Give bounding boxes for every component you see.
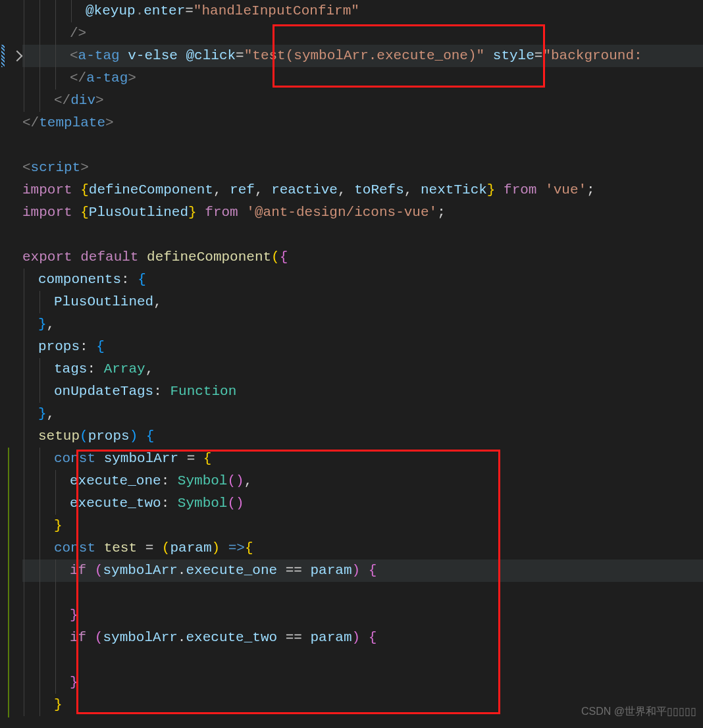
code-text: /> [70,22,86,45]
indent-guide [55,627,56,649]
code-text: }, [38,403,55,425]
indent-guide [24,336,24,358]
code-line[interactable]: } [22,515,703,537]
indent-guide [24,45,24,67]
code-line[interactable]: </a-tag> [22,67,703,90]
code-line[interactable] [22,649,703,671]
code-line[interactable]: <a-tag v-else @click="test(symbolArr.exe… [22,45,703,67]
code-line[interactable] [22,582,703,604]
code-text: execute_one: Symbol(), [70,470,252,492]
code-line[interactable]: export default defineComponent({ [22,246,703,269]
code-line[interactable]: /> [22,22,703,45]
indent-guide [39,45,40,67]
indent-guide [24,403,24,425]
code-text: PlusOutlined, [54,291,162,313]
indent-guide [24,291,24,313]
indent-guide [39,694,40,716]
code-line[interactable]: execute_two: Symbol() [22,492,703,515]
indent-guide [55,470,56,492]
code-text: tags: Array, [54,358,153,380]
indent-guide [39,90,40,112]
indent-guide [39,559,40,582]
indent-guide [55,22,56,45]
code-line[interactable]: setup(props) { [22,425,703,448]
indent-guide [24,90,24,112]
indent-guide [55,559,56,582]
code-line[interactable]: PlusOutlined, [22,291,703,313]
code-line[interactable]: if (symbolArr.execute_one == param) { [22,559,703,582]
indent-guide [39,380,40,403]
code-line[interactable]: </div> [22,90,703,112]
code-line[interactable]: const test = (param) =>{ [22,537,703,559]
indent-guide [24,67,24,90]
indent-guide [39,67,40,90]
fold-chevron-icon[interactable] [12,51,23,62]
indent-guide [39,649,40,671]
indent-guide [55,67,56,90]
indent-guide [39,582,40,604]
code-text: props: { [38,336,105,358]
code-text: } [54,515,63,537]
indent-guide [55,649,56,671]
indent-guide [39,604,40,627]
indent-guide [39,0,40,22]
indent-guide [55,0,56,22]
indent-guide [24,582,24,604]
code-line[interactable]: tags: Array, [22,358,703,380]
indent-guide [24,470,24,492]
code-line[interactable]: components: { [22,269,703,291]
code-line[interactable]: } [22,604,703,627]
indent-guide [24,313,24,336]
code-line[interactable]: @keyup.enter="handleInputConfirm" [22,0,703,22]
code-line[interactable]: execute_one: Symbol(), [22,470,703,492]
code-line[interactable]: <script> [22,157,703,179]
code-line[interactable] [22,134,703,157]
code-line[interactable]: }, [22,313,703,336]
code-text: if (symbolArr.execute_one == param) { [70,559,377,582]
code-text: @keyup.enter="handleInputConfirm" [86,0,359,22]
code-text: const test = (param) =>{ [54,537,253,559]
code-text: <script> [22,157,89,179]
indent-guide [39,448,40,470]
code-text: </div> [54,90,104,112]
code-line[interactable]: if (symbolArr.execute_two == param) { [22,627,703,649]
gutter [0,0,22,728]
indent-guide [39,627,40,649]
code-text: import {PlusOutlined} from '@ant-design/… [22,201,446,224]
code-text: </a-tag> [70,67,136,90]
code-text: setup(props) { [38,425,154,448]
code-text: if (symbolArr.execute_two == param) { [70,627,377,649]
code-text: components: { [38,269,146,291]
indent-guide [24,559,24,582]
code-text: </template> [22,112,114,134]
watermark: CSDN @世界和平▯▯▯▯▯ [581,700,696,723]
code-line[interactable]: } [22,671,703,694]
code-line[interactable]: onUpdateTags: Function [22,380,703,403]
indent-guide [39,291,40,313]
code-line[interactable]: }, [22,403,703,425]
code-line[interactable] [22,224,703,246]
indent-guide [39,515,40,537]
code-text: } [54,694,63,716]
diff-bar [1,45,5,67]
code-text: export default defineComponent({ [22,246,288,269]
indent-guide [39,671,40,694]
indent-guide [24,492,24,515]
indent-guide [71,0,72,22]
indent-guide [39,22,40,45]
indent-guide [55,492,56,515]
indent-guide [39,358,40,380]
code-line[interactable]: props: { [22,336,703,358]
indent-guide [24,604,24,627]
code-line[interactable]: const symbolArr = { [22,448,703,470]
indent-guide [24,515,24,537]
code-line[interactable]: import {defineComponent, ref, reactive, … [22,179,703,201]
indent-guide [24,0,24,22]
code-text: } [70,604,78,627]
indent-guide [24,537,24,559]
code-line[interactable]: import {PlusOutlined} from '@ant-design/… [22,201,703,224]
indent-guide [39,470,40,492]
code-editor[interactable]: @keyup.enter="handleInputConfirm"/><a-ta… [22,0,703,728]
code-line[interactable]: </template> [22,112,703,134]
indent-guide [24,671,24,694]
